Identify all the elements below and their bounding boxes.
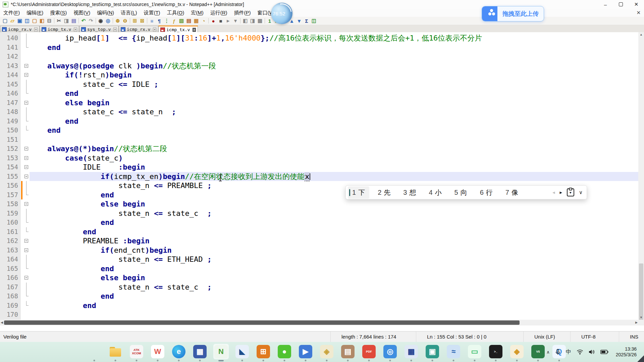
fold-margin[interactable] — [23, 301, 30, 310]
wifi-icon[interactable] — [577, 349, 583, 355]
line-number[interactable]: 162 — [0, 236, 21, 246]
code-line[interactable]: always@(*)begin//状态机第二段 — [30, 144, 638, 154]
code-line[interactable]: end — [30, 227, 638, 237]
diagram-app[interactable]: ⊞ — [256, 344, 271, 359]
menu-item[interactable]: 插件(P) — [231, 9, 254, 16]
fold-margin[interactable] — [23, 163, 30, 172]
copy-icon[interactable]: ◨ — [63, 17, 70, 24]
fold-margin[interactable] — [23, 292, 30, 301]
modelsim[interactable]: ≈ — [446, 344, 461, 359]
line-number[interactable]: 166 — [0, 273, 21, 283]
project-panel-icon[interactable]: ◨ — [249, 17, 256, 24]
line-number[interactable]: 155 — [0, 172, 21, 181]
wechat[interactable]: ● — [277, 344, 292, 359]
redo-icon[interactable]: ↷ — [87, 17, 95, 24]
fold-box-icon[interactable] — [24, 202, 28, 206]
tab-icmp_tx-v[interactable]: icmp_tx.v✕ — [158, 25, 198, 33]
wps-office[interactable]: W — [150, 344, 165, 359]
scroll-up-icon[interactable]: ▲ — [638, 32, 644, 37]
line-number[interactable]: 141 — [0, 43, 21, 52]
wireshark[interactable]: ◣ — [234, 344, 250, 359]
ime-candidate[interactable]: 7像 — [501, 186, 523, 199]
ime-clipboard-icon[interactable]: ♥ — [567, 188, 574, 196]
line-number[interactable]: 146 — [0, 89, 21, 98]
code-line[interactable]: state_n <= ETH_HEAD ; — [30, 255, 638, 264]
maximize-button[interactable] — [613, 0, 629, 9]
code-line[interactable]: if(!rst_n)begin — [30, 70, 638, 80]
line-number[interactable]: 148 — [0, 107, 21, 117]
fold-margin[interactable] — [23, 61, 30, 71]
show-all-chars-icon[interactable]: ¶ — [156, 17, 163, 24]
recording-timer-bubble[interactable]: 76:52 — [271, 3, 292, 24]
ime-next-page-icon[interactable]: ▸ — [559, 189, 562, 195]
scroll-right-icon[interactable]: ▶ — [635, 320, 638, 325]
fold-margin[interactable] — [23, 209, 30, 218]
cut-icon[interactable]: ✂ — [55, 17, 63, 24]
code-line[interactable]: else begin — [30, 199, 638, 209]
code-line[interactable]: end — [30, 218, 638, 227]
fold-margin[interactable] — [23, 135, 30, 144]
tray-overflow-chevron-icon[interactable]: ∧ — [546, 350, 550, 355]
line-number[interactable]: 161 — [0, 227, 21, 237]
line-number[interactable]: 165 — [0, 264, 21, 274]
macro-save-icon[interactable]: ▾ — [232, 17, 239, 24]
taskbar-clock[interactable]: 13:36 2025/3/26 — [616, 346, 637, 358]
doc-switcher-icon[interactable]: ◧ — [241, 17, 249, 24]
code-editor[interactable]: 140 ip_head[1] <= {ip_head[1][31:16]+1,1… — [0, 32, 644, 325]
fold-margin[interactable] — [23, 227, 30, 237]
code-line[interactable]: end — [30, 292, 638, 301]
grid-view-icon[interactable]: ◫ — [310, 17, 318, 24]
fold-box-icon[interactable] — [24, 165, 28, 169]
close-button[interactable]: ✕ — [629, 0, 644, 9]
menu-item[interactable]: 编辑(E) — [23, 9, 47, 16]
macro-play-icon[interactable]: ▸ — [224, 17, 232, 24]
edit-tracker-icon[interactable]: ▩ — [256, 17, 264, 24]
tab-close-icon[interactable]: ✕ — [153, 27, 156, 32]
fold-box-icon[interactable] — [24, 101, 28, 105]
undo-icon[interactable]: ↶ — [80, 17, 87, 24]
line-number[interactable]: 170 — [0, 310, 21, 319]
media-player[interactable]: ▶ — [298, 344, 313, 359]
code-line[interactable]: PREAMBLE :begin — [30, 236, 638, 246]
line-number[interactable]: 156 — [0, 181, 21, 190]
upload-drop-button[interactable]: 拖拽至此上传 — [482, 6, 544, 21]
fold-box-icon[interactable] — [24, 73, 28, 77]
nav-bottom-icon[interactable]: ▼ — [296, 17, 303, 24]
horizontal-scrollbar[interactable]: ◀ ▶ — [0, 320, 638, 325]
code-line[interactable]: if(icmp_tx_en)begin//在空闲状态接收到上游发出的使能x — [30, 172, 638, 181]
scroll-left-icon[interactable]: ◀ — [1, 320, 3, 325]
ime-language-indicator[interactable]: 中 — [566, 349, 571, 356]
menu-item[interactable]: 编码(N) — [94, 9, 117, 16]
code-line[interactable]: state_n <= state_c ; — [30, 283, 638, 292]
fold-margin[interactable] — [23, 43, 30, 52]
screen-share[interactable]: ▭ — [467, 344, 482, 359]
menu-item[interactable]: 设置(T) — [140, 9, 163, 16]
fold-box-icon[interactable] — [24, 147, 28, 150]
tab-sys_top-v[interactable]: sys_top.v✕ — [79, 26, 119, 33]
fold-margin[interactable] — [23, 52, 30, 61]
line-number[interactable]: 142 — [0, 52, 21, 61]
macro-stop-icon[interactable]: ■ — [217, 17, 224, 24]
code-line[interactable] — [30, 52, 638, 61]
speaker-icon[interactable] — [589, 349, 595, 355]
code-line[interactable] — [30, 310, 638, 319]
code-line[interactable]: else begin — [30, 273, 638, 283]
ime-expand-chevron-icon[interactable]: ∨ — [579, 189, 583, 195]
ime-candidate[interactable]: 1下 — [348, 186, 369, 199]
tab-close-icon[interactable]: ✕ — [74, 27, 77, 32]
microsoft-edge[interactable]: e — [171, 344, 186, 359]
fold-box-icon[interactable] — [24, 239, 28, 243]
doc-list-icon[interactable]: ▤ — [185, 17, 193, 24]
code-line[interactable] — [30, 135, 638, 144]
line-number[interactable]: 151 — [0, 135, 21, 144]
fold-margin[interactable] — [23, 236, 30, 246]
tab-icmp_rx-v[interactable]: icmp_rx.v✕ — [0, 26, 40, 33]
line-number[interactable]: 154 — [0, 163, 21, 172]
line-number[interactable]: 158 — [0, 199, 21, 209]
ime-candidate[interactable]: 6行 — [476, 186, 497, 199]
fold-margin[interactable] — [23, 172, 30, 181]
code-line[interactable]: IDLE :begin — [30, 163, 638, 172]
line-number[interactable]: 147 — [0, 98, 21, 108]
code-line[interactable]: state_n <= state_c ; — [30, 209, 638, 218]
zoom-out-icon[interactable]: ⊖ — [121, 17, 129, 24]
